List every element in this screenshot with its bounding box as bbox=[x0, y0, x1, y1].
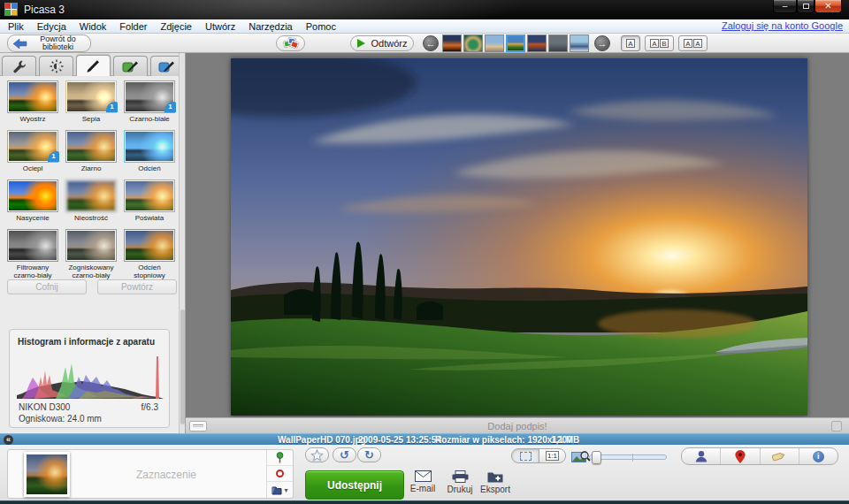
tags-button[interactable] bbox=[761, 448, 799, 464]
view-single-button[interactable]: A bbox=[621, 35, 640, 51]
effect-nasycenie[interactable]: Nasycenie bbox=[5, 179, 60, 222]
filmstrip-thumb-3[interactable] bbox=[485, 34, 504, 52]
sun-icon bbox=[50, 59, 64, 73]
effect-thumb bbox=[7, 179, 58, 212]
export-folder-icon bbox=[487, 470, 503, 483]
histogram-chart bbox=[17, 351, 164, 401]
blue-brush-icon bbox=[158, 59, 176, 73]
filmstrip-thumb-4-selected[interactable] bbox=[506, 34, 525, 52]
menu-pomoc[interactable]: Pomoc bbox=[306, 21, 336, 32]
wrench-icon bbox=[12, 59, 27, 73]
menu-edycja[interactable]: Edycja bbox=[37, 21, 66, 32]
photo-tray: Zaznaczenie ▾ ↺ ↻ Udostępnij E-mai bbox=[0, 445, 849, 504]
tray-buttons: ▾ bbox=[266, 450, 293, 498]
menu-widok[interactable]: Widok bbox=[80, 21, 107, 32]
export-label: Eksport bbox=[476, 485, 515, 494]
view-letter: A bbox=[693, 39, 702, 48]
filmstrip-next-button[interactable]: → bbox=[594, 35, 610, 51]
effect-label: Czarno-białe bbox=[122, 115, 177, 123]
caption-expand-button[interactable] bbox=[831, 421, 842, 431]
caption-placeholder[interactable]: Dodaj podpis! bbox=[186, 421, 849, 431]
share-button[interactable]: Udostępnij bbox=[305, 470, 404, 500]
hold-selection-button[interactable] bbox=[267, 450, 293, 466]
fit-icon bbox=[520, 452, 532, 461]
toolbar: Powrót do biblioteki Odtwórz ← → A AB AA bbox=[0, 34, 849, 53]
effect-ziarno[interactable]: Ziarno bbox=[64, 130, 119, 172]
google-signin-link[interactable]: Zaloguj się na konto Google bbox=[722, 20, 843, 31]
add-to-album-button[interactable]: ▾ bbox=[267, 482, 293, 498]
effect-nieostrosc[interactable]: Nieostrość bbox=[64, 179, 119, 222]
zoom-slider-track[interactable] bbox=[589, 454, 667, 460]
zoom-actual-size-button[interactable]: 1:1 bbox=[539, 448, 566, 463]
zoom-fit-button[interactable] bbox=[511, 448, 539, 463]
effect-ociepl[interactable]: 1 Ociepl bbox=[5, 130, 60, 172]
histogram-panel: Histogram i informacje z aparatu NIKON D… bbox=[9, 329, 170, 428]
filmstrip-prev-button[interactable]: ← bbox=[423, 35, 439, 51]
maximize-icon bbox=[803, 4, 809, 9]
back-to-library-button[interactable]: Powrót do biblioteki bbox=[7, 34, 91, 52]
redo-button[interactable]: Powtórz bbox=[97, 279, 177, 294]
caret-down-icon: ▾ bbox=[284, 486, 287, 494]
status-filename: WallPaperHD 070.jpg bbox=[278, 435, 366, 445]
close-button[interactable]: ✕ bbox=[815, 0, 842, 13]
effect-zogniskowany-cb[interactable]: Zogniskowany czarno-biały bbox=[64, 229, 119, 279]
effect-label: Odcień stopniowy bbox=[122, 263, 177, 279]
effect-wyostrz[interactable]: Wyostrz bbox=[5, 80, 60, 123]
properties-button[interactable]: i bbox=[799, 448, 838, 464]
zoom-slider-handle[interactable] bbox=[592, 451, 601, 464]
effect-czarno-biale[interactable]: 1 Czarno-białe bbox=[122, 80, 177, 123]
filmstrip-thumb-5[interactable] bbox=[527, 34, 547, 52]
menu-utworz[interactable]: Utwórz bbox=[205, 21, 235, 32]
email-label: E-mail bbox=[403, 484, 442, 493]
print-button[interactable]: Drukuj bbox=[440, 470, 479, 494]
menu-folder[interactable]: Folder bbox=[119, 21, 147, 32]
effect-filtrowany-cb[interactable]: Filtrowany czarno-biały bbox=[5, 229, 60, 279]
export-button[interactable]: Eksport bbox=[476, 470, 515, 494]
effect-poswiata[interactable]: Poświata bbox=[122, 179, 177, 222]
menu-zdjecie[interactable]: Zdjęcie bbox=[161, 21, 192, 32]
tab-basic-fixes[interactable] bbox=[2, 56, 36, 76]
view-letter: A bbox=[650, 39, 659, 48]
effect-label: Ociepl bbox=[5, 164, 60, 172]
filmstrip-thumb-6[interactable] bbox=[548, 34, 568, 52]
menu-plik[interactable]: Plik bbox=[8, 21, 24, 32]
menu-narzedzia[interactable]: Narzędzia bbox=[249, 21, 293, 32]
collage-button[interactable] bbox=[276, 35, 305, 51]
effect-odcien[interactable]: Odcień bbox=[122, 130, 177, 172]
aperture-value: f/6.3 bbox=[142, 402, 158, 412]
tab-effects-green[interactable] bbox=[113, 56, 148, 76]
star-button[interactable] bbox=[305, 447, 329, 462]
rotate-ccw-button[interactable]: ↺ bbox=[333, 447, 356, 462]
people-button[interactable] bbox=[682, 448, 721, 464]
places-button[interactable] bbox=[721, 448, 760, 464]
selected-photo-thumb[interactable] bbox=[24, 452, 70, 497]
clear-icon bbox=[276, 470, 284, 477]
filmstrip-thumb-2[interactable] bbox=[463, 34, 483, 52]
effect-odcien-stopniowy[interactable]: Odcień stopniowy bbox=[122, 229, 177, 279]
view-mode-group: A AB AA bbox=[621, 35, 708, 51]
effect-thumb bbox=[124, 229, 175, 262]
panel-scrollbar[interactable] bbox=[179, 53, 185, 433]
view-compare-ab-button[interactable]: AB bbox=[645, 35, 674, 51]
tab-tuning[interactable] bbox=[39, 56, 73, 76]
filmstrip-thumb-7[interactable] bbox=[570, 34, 589, 52]
maximize-button[interactable] bbox=[797, 0, 815, 13]
filmstrip-thumb-1[interactable] bbox=[442, 34, 462, 52]
effect-thumb bbox=[124, 179, 175, 212]
clear-selection-button[interactable] bbox=[267, 466, 293, 482]
undo-button[interactable]: Cofnij bbox=[7, 279, 87, 294]
view-compare-aa-button[interactable]: AA bbox=[678, 35, 708, 51]
play-slideshow-button[interactable]: Odtwórz bbox=[350, 35, 414, 51]
zoom-tick bbox=[632, 454, 633, 462]
tab-effects[interactable] bbox=[76, 55, 111, 76]
histogram-title: Histogram i informacje z aparatu bbox=[10, 330, 169, 347]
info-icon: i bbox=[813, 451, 824, 462]
picasa-window: Picasa 3 – ✕ Plik Edycja Widok Folder Zd… bbox=[0, 0, 849, 504]
collapse-tray-button[interactable]: « bbox=[4, 435, 13, 445]
minimize-button[interactable]: – bbox=[773, 0, 797, 13]
one-to-one-icon: 1:1 bbox=[546, 451, 559, 461]
effect-sepia[interactable]: 1 Sepia bbox=[64, 80, 119, 123]
rotate-cw-button[interactable]: ↻ bbox=[357, 447, 381, 462]
metadata-button-group: i bbox=[681, 447, 838, 465]
email-button[interactable]: E-mail bbox=[403, 470, 442, 493]
